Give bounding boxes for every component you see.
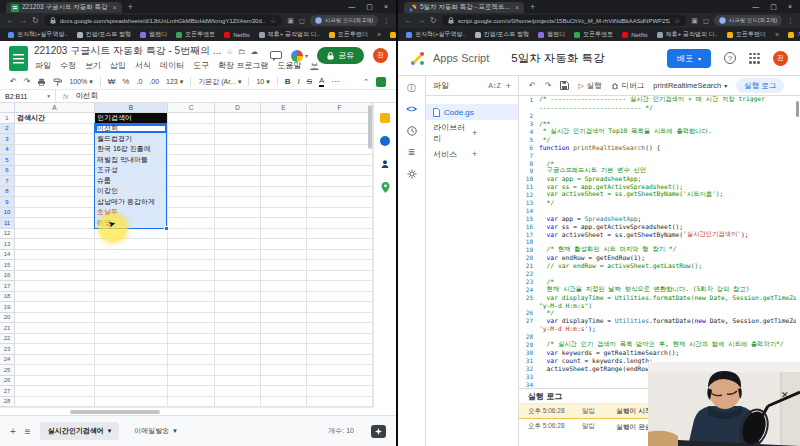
cell-A27[interactable] [15, 386, 95, 397]
cell-E20[interactable] [261, 313, 307, 324]
add-file-icon[interactable]: + [506, 81, 511, 91]
save-icon[interactable] [560, 81, 569, 90]
maximize-button[interactable]: ▢ [366, 3, 373, 11]
move-folder-icon[interactable]: 🗀 [238, 47, 246, 56]
account-avatar[interactable]: 전 [773, 51, 788, 66]
menu-서식[interactable]: 서식 [135, 60, 151, 71]
cell-F21[interactable] [307, 323, 373, 334]
cell-E7[interactable] [261, 176, 307, 187]
cell-E15[interactable] [261, 260, 307, 271]
explore-icon[interactable] [371, 425, 386, 438]
cell-E16[interactable] [261, 271, 307, 282]
bookmark-star-icon[interactable]: ☆ [674, 17, 680, 25]
decrease-decimal-button[interactable]: .0 [136, 78, 142, 85]
file-item-codegs[interactable]: Code.gs [426, 104, 518, 120]
execution-log-button[interactable]: 실행 로그 [736, 78, 784, 93]
cell-B1[interactable]: 인기검색어 [95, 113, 168, 124]
cell-D7[interactable] [215, 176, 261, 187]
sheet-tab-이메일발송[interactable]: 이메일발송▾ [126, 422, 185, 440]
doc-title[interactable]: 221203 구글시트 자동화 특강 - 5번째의 ... [34, 44, 221, 58]
cell-F24[interactable] [307, 355, 373, 366]
cell-B8[interactable]: 이강인 [95, 187, 168, 198]
cell-A11[interactable] [15, 218, 95, 229]
browser-tab-apps-script[interactable]: 5일차 자동화 특강 - 프로젝트... × [404, 2, 524, 13]
row-header-28[interactable]: 28 [0, 397, 15, 408]
row-header-26[interactable]: 26 [0, 376, 15, 387]
cell-B14[interactable] [95, 250, 168, 261]
cell-A5[interactable] [15, 155, 95, 166]
italic-button[interactable]: I [297, 78, 299, 86]
cell-D5[interactable] [215, 155, 261, 166]
bold-button[interactable]: B [285, 78, 291, 86]
cell-B27[interactable] [95, 386, 168, 397]
col-header-B[interactable]: B [95, 103, 168, 113]
cell-B15[interactable] [95, 260, 168, 271]
cell-C24[interactable] [168, 355, 215, 366]
bookmark-item[interactable]: 기타 로마켓 [390, 30, 396, 39]
cell-D26[interactable] [215, 376, 261, 387]
minimize-button[interactable]: — [752, 3, 759, 10]
cell-A22[interactable] [15, 334, 95, 345]
cell-D23[interactable] [215, 344, 261, 355]
row-header-2[interactable]: 2 [0, 124, 15, 135]
maps-pin-icon[interactable] [381, 182, 390, 193]
bookmark-item[interactable]: 오픈투멘토 [574, 30, 613, 39]
cell-E22[interactable] [261, 334, 307, 345]
horizontal-scrollbar[interactable] [70, 410, 160, 414]
cell-C3[interactable] [168, 134, 215, 145]
row-header-24[interactable]: 24 [0, 355, 15, 366]
cell-E19[interactable] [261, 302, 307, 313]
cell-A2[interactable] [15, 124, 95, 135]
code-editor[interactable]: 1/* -------------------- 실시간 인기검색어 + 매 시… [519, 96, 796, 388]
cell-B22[interactable] [95, 334, 168, 345]
more-toolbar-icon[interactable]: ⋯ [331, 78, 339, 86]
cell-F5[interactable] [307, 155, 373, 166]
cell-B2[interactable]: 이선희 [95, 124, 168, 135]
cell-C22[interactable] [168, 334, 215, 345]
sort-az-icon[interactable]: A↕Z [488, 82, 500, 89]
cell-C2[interactable] [168, 124, 215, 135]
bookmark-star-icon[interactable]: ☆ [270, 17, 276, 25]
name-box[interactable]: B2:B11 ▾ [0, 90, 56, 102]
cell-B28[interactable] [95, 397, 168, 408]
cell-F22[interactable] [307, 334, 373, 345]
cell-F6[interactable] [307, 166, 373, 177]
cell-A25[interactable] [15, 365, 95, 376]
cell-C13[interactable] [168, 239, 215, 250]
run-button[interactable]: ▷실행 [578, 81, 601, 91]
cell-A12[interactable] [15, 229, 95, 240]
cell-F14[interactable] [307, 250, 373, 261]
vertical-scrollbar[interactable] [368, 105, 372, 149]
all-sheets-icon[interactable]: ≡ [25, 426, 31, 437]
log-close-icon[interactable]: ✕ [781, 390, 789, 400]
cell-E1[interactable] [261, 113, 307, 124]
sidepanel-icon[interactable]: ◻ [299, 17, 305, 25]
cell-C19[interactable] [168, 302, 215, 313]
font-select[interactable]: 기본값 (Ar... ▾ [198, 77, 241, 87]
cell-D20[interactable] [215, 313, 261, 324]
sheet-tab-실시간인기검색어[interactable]: 실시간인기검색어▾ [40, 422, 120, 440]
strikethrough-button[interactable]: S [307, 78, 312, 86]
cell-F17[interactable] [307, 281, 373, 292]
print-icon[interactable] [37, 78, 46, 86]
cell-D22[interactable] [215, 334, 261, 345]
row-header-14[interactable]: 14 [0, 250, 15, 261]
menu-삽입[interactable]: 삽입 [110, 60, 126, 71]
cell-B24[interactable] [95, 355, 168, 366]
cell-E8[interactable] [261, 187, 307, 198]
percent-format-button[interactable]: % [122, 78, 129, 86]
sheet-tab-menu-icon[interactable]: ▾ [108, 427, 112, 435]
addon-green-icon[interactable] [376, 77, 386, 87]
add-sheet-icon[interactable]: + [10, 426, 16, 437]
more-formats-button[interactable]: 123 ▾ [166, 78, 183, 86]
cell-D11[interactable] [215, 218, 261, 229]
cell-A6[interactable] [15, 166, 95, 177]
cell-A21[interactable] [15, 323, 95, 334]
sheets-logo[interactable] [9, 46, 28, 71]
cell-C17[interactable] [168, 281, 215, 292]
cell-D16[interactable] [215, 271, 261, 282]
tab-close-icon[interactable]: × [515, 4, 519, 11]
forward-icon[interactable]: → [19, 17, 27, 25]
cell-F28[interactable] [307, 397, 373, 408]
cell-C20[interactable] [168, 313, 215, 324]
